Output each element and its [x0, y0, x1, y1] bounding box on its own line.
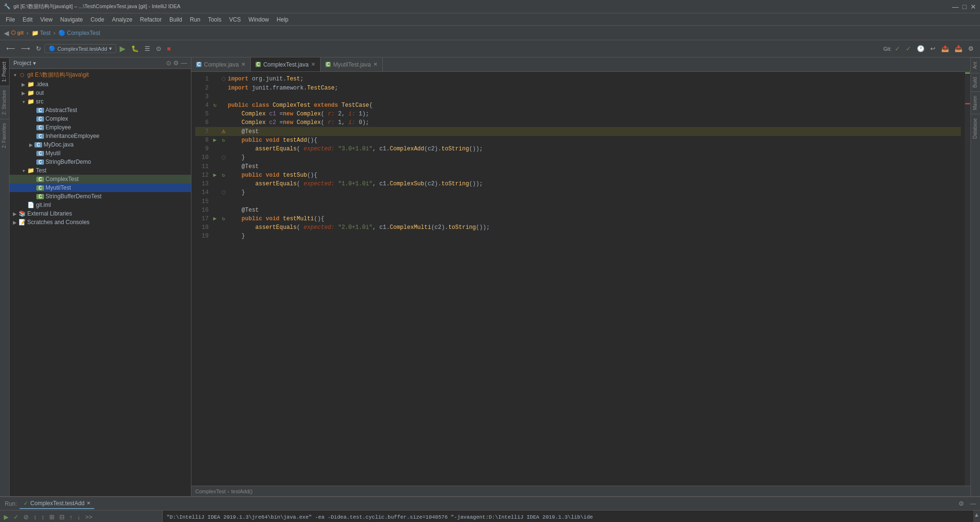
- menu-navigate[interactable]: Navigate: [56, 15, 87, 24]
- maximize-button[interactable]: □: [963, 3, 967, 11]
- tree-stringbufferdemo[interactable]: C StringBufferDemo: [10, 158, 191, 166]
- tab-complex-close[interactable]: ✕: [241, 61, 245, 68]
- sort-alpha-btn[interactable]: ↕: [32, 512, 39, 522]
- git-push[interactable]: 📤: [939, 44, 951, 54]
- build-side-tab[interactable]: Build: [971, 73, 980, 91]
- collapse-all-btn[interactable]: ⊟: [57, 512, 67, 522]
- run-output[interactable]: "D:\IntelliJ IDEA 2019.1.3\jre64\bin\jav…: [163, 511, 973, 522]
- run-button[interactable]: ▶: [117, 43, 128, 55]
- tree-out[interactable]: ▶ 📁 out: [10, 89, 191, 97]
- git-check-2[interactable]: ✓: [903, 44, 913, 54]
- structure-side-tab[interactable]: 2: Structure: [0, 86, 9, 119]
- line-body-9: assertEquals( expected: "3.0+1.0i", c1.C…: [228, 145, 961, 153]
- tree-complex[interactable]: C Complex: [10, 114, 191, 123]
- line-num-8: 8: [195, 136, 209, 145]
- ant-side-tab[interactable]: Ant: [971, 57, 980, 73]
- favorites-side-tab[interactable]: 2: Favorites: [0, 119, 9, 152]
- run-config-dropdown-icon[interactable]: ▾: [109, 45, 112, 52]
- debug-button[interactable]: 🐛: [129, 44, 141, 54]
- tree-test[interactable]: ▾ 📁 Test: [10, 166, 191, 175]
- down-btn[interactable]: ↓: [76, 512, 83, 522]
- tab-myutiltest-close[interactable]: ✕: [373, 61, 378, 68]
- code-line-14: 14 ⬡ }: [195, 188, 961, 197]
- toolbar-refresh[interactable]: ↻: [33, 44, 44, 54]
- project-side-tab[interactable]: 1: Project: [0, 57, 9, 86]
- tree-myutil[interactable]: C Myutil: [10, 149, 191, 158]
- src-folder-icon: 📁: [27, 98, 34, 105]
- expand-all-btn[interactable]: ⊞: [47, 512, 56, 522]
- root-label: git E:\数据结构与java\git: [27, 71, 89, 79]
- git-check-1[interactable]: ✓: [892, 44, 902, 54]
- tree-gitiml[interactable]: 📄 git.iml: [10, 201, 191, 209]
- nav-back-icon[interactable]: ◀: [4, 29, 9, 37]
- menu-window[interactable]: Window: [245, 15, 273, 24]
- run-config-icon: 🔵: [49, 45, 56, 52]
- git-pull[interactable]: 📥: [952, 44, 965, 54]
- menu-refactor[interactable]: Refactor: [136, 15, 166, 24]
- run-fail-btn[interactable]: ⊘: [22, 512, 31, 522]
- titlebar: 🔧 git [E:\数据结构与java\git] – ...\Test\Comp…: [0, 0, 980, 13]
- toolbar-btn-1[interactable]: ⟵: [4, 44, 18, 54]
- project-title-text: Project ▾: [13, 60, 36, 67]
- breadcrumb-test[interactable]: 📁 Test: [32, 30, 51, 36]
- menu-help[interactable]: Help: [273, 15, 292, 24]
- tab-complextest-close[interactable]: ✕: [311, 61, 315, 68]
- tab-myutiltest[interactable]: C MyutilTest.java ✕: [321, 57, 383, 71]
- profile-button[interactable]: ⊙: [154, 44, 164, 54]
- tree-root[interactable]: ▾ ⬡ git E:\数据结构与java\git: [10, 70, 191, 80]
- locate-file-btn[interactable]: ⊙: [166, 59, 171, 67]
- run-settings-btn[interactable]: ⚙: [957, 499, 966, 508]
- menu-edit[interactable]: Edit: [19, 15, 36, 24]
- run-tab-close[interactable]: ✕: [87, 500, 90, 506]
- tree-scratches[interactable]: ▶ 📝 Scratches and Consoles: [10, 218, 191, 227]
- git-revert[interactable]: ↩: [928, 44, 938, 54]
- breadcrumb-complextest[interactable]: 🔵 ComplexTest: [58, 30, 100, 36]
- run-configuration[interactable]: 🔵 ComplexTest.testAdd ▾: [45, 44, 116, 53]
- run-tab-complextest[interactable]: ✓ ComplexTest.testAdd ✕: [20, 499, 94, 509]
- tree-idea[interactable]: ▶ 📁 .idea: [10, 80, 191, 89]
- code-content[interactable]: 1 ⬡ import org.junit.Test; 2 import juni…: [191, 72, 965, 486]
- scroll-up-btn[interactable]: ▲: [974, 511, 980, 518]
- git-status-label: Git:: [883, 46, 891, 52]
- tree-stringbufferdemotest[interactable]: C StringBufferDemoTest: [10, 192, 191, 201]
- tree-src[interactable]: ▾ 📁 src: [10, 97, 191, 106]
- menu-run[interactable]: Run: [186, 15, 204, 24]
- tree-inheritanceemployee[interactable]: C InheritanceEmployee: [10, 132, 191, 140]
- tree-myutiltest[interactable]: C MyutilTest: [10, 183, 191, 192]
- toolbar-btn-2[interactable]: ⟶: [19, 44, 33, 54]
- tree-employee[interactable]: C Employee: [10, 123, 191, 132]
- minimize-button[interactable]: —: [952, 3, 959, 11]
- maven-side-tab[interactable]: Maven: [971, 91, 980, 114]
- tab-complex[interactable]: C Complex.java ✕: [191, 57, 251, 71]
- titlebar-title: git [E:\数据结构与java\git] – ...\Test\Comple…: [13, 3, 180, 10]
- up-btn[interactable]: ↑: [67, 512, 75, 522]
- tree-complextest[interactable]: C ComplexTest: [10, 175, 191, 183]
- hide-panel-btn[interactable]: —: [181, 59, 187, 67]
- run-pass-btn[interactable]: ✓: [11, 512, 21, 522]
- tree-extlibs[interactable]: ▶ 📚 External Libraries: [10, 209, 191, 218]
- database-side-tab[interactable]: Database: [971, 114, 980, 143]
- coverage-button[interactable]: ☰: [142, 44, 153, 54]
- code-line-2: 2 import junit.framework.TestCase;: [195, 84, 961, 92]
- tab-complextest[interactable]: C ComplexTest.java ✕: [251, 57, 321, 71]
- menu-build[interactable]: Build: [166, 15, 186, 24]
- menu-tools[interactable]: Tools: [204, 15, 225, 24]
- close-button[interactable]: ✕: [970, 3, 976, 11]
- window-controls[interactable]: — □ ✕: [952, 3, 976, 11]
- git-history[interactable]: 🕐: [914, 44, 927, 54]
- menu-analyze[interactable]: Analyze: [108, 15, 136, 24]
- tree-mydoc[interactable]: ▶ C MyDoc.java: [10, 140, 191, 149]
- menu-code[interactable]: Code: [87, 15, 108, 24]
- tree-abstracttest[interactable]: C AbstractTest: [10, 106, 191, 114]
- settings-button[interactable]: ⚙: [966, 44, 976, 54]
- rerun-btn[interactable]: ▶: [2, 512, 11, 522]
- run-hide-btn[interactable]: —: [968, 499, 978, 508]
- src-arrow: ▾: [20, 99, 27, 104]
- menu-vcs[interactable]: VCS: [225, 15, 245, 24]
- expand-more-btn[interactable]: >>: [83, 512, 94, 522]
- menu-view[interactable]: View: [36, 15, 56, 24]
- menu-file[interactable]: File: [2, 15, 19, 24]
- settings-btn[interactable]: ⚙: [173, 59, 179, 67]
- sort-dur-btn[interactable]: ↕: [40, 512, 47, 522]
- stop-button[interactable]: ■: [165, 44, 173, 54]
